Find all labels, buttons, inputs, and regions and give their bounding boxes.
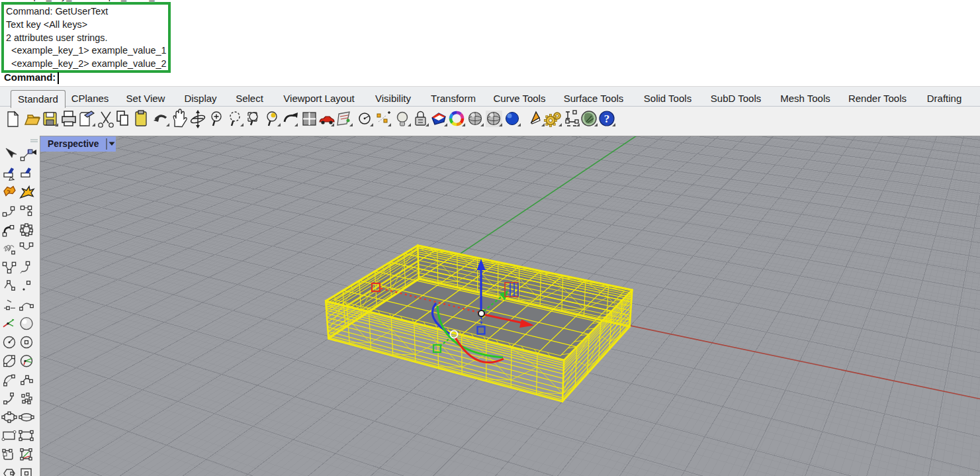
svg-text:?: ? (604, 113, 610, 125)
